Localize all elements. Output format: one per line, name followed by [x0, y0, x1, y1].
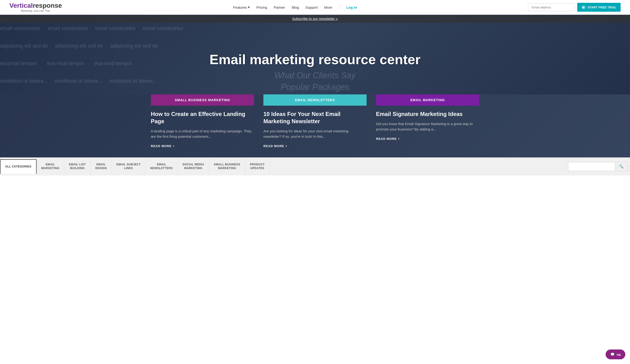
subscribe-bar: Subscribe to our newsletter » — [0, 15, 630, 23]
article-tag-1: EMAIL NEWSLETTERS — [264, 94, 366, 106]
category-item-2[interactable]: EMAIL LIST BUILDING — [64, 158, 90, 175]
category-item-0[interactable]: ALL CATEGORIES — [0, 159, 36, 174]
read-more-arrow-icon-1: › — [286, 144, 287, 148]
logo-text: Verticalresponse — [10, 2, 62, 9]
article-tag-2: EMAIL MARKETING — [376, 94, 479, 106]
read-more-label-0: READ MORE — [151, 144, 172, 148]
logo-tagline: Marketing. Just Like That. — [10, 9, 62, 12]
hero-bg-line-1: email consectetur email con­sectetur ema… — [0, 25, 630, 31]
nav-features[interactable]: Features ▾ — [233, 5, 250, 9]
nav-login[interactable]: Log In — [346, 5, 357, 9]
arrow-circle-icon: ▶ — [582, 5, 586, 9]
article-tag-0: SMALL BUSINESS MARKETING — [151, 94, 254, 106]
hero-bg-line-2: adipiscing elit sed do adipiscing elit s… — [0, 43, 630, 49]
read-more-label-2: READ MORE — [376, 137, 396, 141]
chevron-down-icon: ▾ — [248, 5, 250, 9]
article-card-0: SMALL BUSINESS MARKETING How to Create a… — [151, 94, 254, 148]
category-bar: ALL CATEGORIESEMAIL MARKETINGEMAIL LIST … — [0, 157, 630, 175]
nav-pricing[interactable]: Pricing — [256, 5, 267, 9]
articles-section: SMALL BUSINESS MARKETING How to Create a… — [0, 94, 630, 157]
read-more-link-0[interactable]: READ MORE › — [151, 144, 254, 148]
article-excerpt-1: Are you looking for ideas for your next … — [264, 129, 366, 139]
category-item-3[interactable]: EMAIL DESIGN — [91, 158, 112, 175]
nav-support[interactable]: Support — [306, 5, 318, 9]
article-card-2: EMAIL MARKETING Email Signature Marketin… — [376, 94, 479, 148]
nav-partner[interactable]: Partner — [274, 5, 285, 9]
search-button[interactable]: 🔍 — [615, 162, 628, 171]
header-cta: ▶ START FREE TRIAL — [528, 3, 620, 12]
features-label: Features — [233, 5, 247, 9]
read-more-arrow-icon-0: › — [173, 144, 174, 148]
article-title-2: Email Signature Marketing Ideas — [376, 110, 479, 118]
category-item-4[interactable]: EMAIL SUBJECT LINES — [112, 158, 146, 175]
read-more-arrow-icon-2: › — [398, 137, 400, 141]
nav-blog[interactable]: Blog — [292, 5, 299, 9]
category-item-5[interactable]: EMAIL NEWSLETTERS — [146, 158, 178, 175]
category-item-7[interactable]: SMALL BUSINESS MARKETING — [209, 158, 245, 175]
hero-clients-text: What Our Clients Say — [274, 70, 356, 80]
logo-vertical: Vertical — [10, 2, 33, 9]
category-item-1[interactable]: EMAIL MARKETING — [36, 158, 64, 175]
search-input[interactable] — [568, 162, 615, 171]
category-item-8[interactable]: PRODUCT UPDATES — [245, 158, 270, 175]
search-icon: 🔍 — [619, 165, 624, 169]
start-trial-button[interactable]: ▶ START FREE TRIAL — [577, 3, 620, 12]
search-area: 🔍 — [566, 162, 630, 171]
logo-response: response — [33, 2, 62, 9]
hero-section: email consectetur email con­sectetur ema… — [0, 15, 630, 94]
category-item-6[interactable]: SOCIAL MEDIA MARKETING — [178, 158, 209, 175]
article-title-1: 10 Ideas For Your Next Email Marketing N… — [264, 110, 366, 125]
hero-title: Email marketing resource center — [200, 51, 430, 67]
read-more-link-2[interactable]: READ MORE › — [376, 137, 479, 141]
read-more-label-1: READ MORE — [264, 144, 284, 148]
article-excerpt-0: A landing page is a critical part of any… — [151, 129, 254, 139]
read-more-link-1[interactable]: READ MORE › — [264, 144, 366, 148]
logo: Verticalresponse Marketing. Just Like Th… — [10, 2, 62, 12]
article-title-0: How to Create an Effective Landing Page — [151, 110, 254, 125]
start-btn-label: START FREE TRIAL — [588, 6, 616, 9]
main-nav: Features ▾ Pricing Partner Blog Support … — [233, 5, 357, 9]
article-card-1: EMAIL NEWSLETTERS 10 Ideas For Your Next… — [264, 94, 366, 148]
nav-more[interactable]: More — [324, 5, 332, 9]
header: Verticalresponse Marketing. Just Like Th… — [0, 0, 630, 15]
subscribe-link[interactable]: Subscribe to our newsletter » — [292, 17, 338, 21]
email-field[interactable] — [528, 3, 575, 11]
hero-popular-text: Popular Packages — [281, 82, 349, 92]
article-excerpt-2: Did you know that Email Signature Market… — [376, 121, 479, 132]
